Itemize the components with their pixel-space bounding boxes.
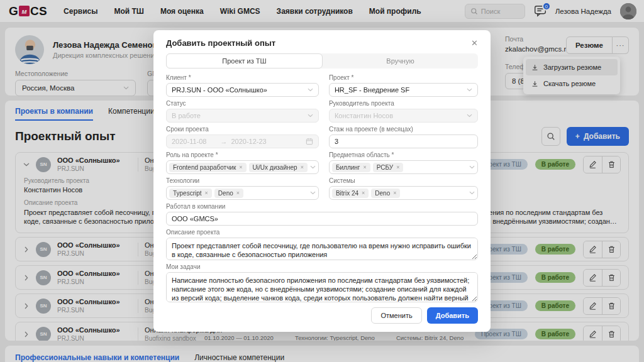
status-field: Статус В работе [166,100,319,123]
experience-label: Стаж на проекте (в месяцах) [329,126,478,133]
project-field: Проект * HR_SF - Внедрение SF [329,74,478,97]
chevron-down-icon [469,191,475,195]
project-dates-label: Сроки проекта [166,126,319,133]
domain-multiselect[interactable]: Биллинг× РСБУ× [329,160,478,174]
company-label: Работал в компании [166,203,478,210]
chip-label: Биллинг [336,164,360,171]
manager-label: Руководитель проекта [329,100,478,107]
company-field: Работал в компании [166,203,478,226]
chip-label: Typescript [173,190,202,197]
chip-label: Ui/Ux дизайнер [253,164,297,171]
systems-label: Системы [329,177,478,184]
company-input[interactable] [166,212,478,226]
experience-field: Стаж на проекте (в месяцах) [329,126,478,148]
tech-chip: Typescript× [169,189,212,198]
submit-button[interactable]: Добавить [427,307,478,324]
modal-tabs: Проект из ТШ Вручную [166,53,478,69]
project-dates-field: Сроки проекта 2020-11-08 → 2020-12-23 [166,126,319,148]
chip-remove-icon[interactable]: × [239,164,242,170]
description-label: Описание проекта [166,229,478,236]
add-project-modal: Добавить проектный опыт ✕ Проект из ТШ В… [153,30,491,332]
client-field: Клиент * PRJ.SUN - ООО «Солнышко» [166,74,319,97]
tasks-label: Мои задачи [166,263,478,270]
project-select[interactable]: HR_SF - Внедрение SF [329,83,478,97]
tech-chip: Deno× [214,189,243,198]
chip-remove-icon[interactable]: × [393,190,396,196]
modal-title: Добавить проектный опыт [166,38,275,48]
tasks-field: Мои задачи Написание полностью безопасно… [166,263,478,302]
role-field: Роль на проекте * Frontend разработчик× … [166,151,319,174]
project-value: HR_SF - Внедрение SF [335,86,409,94]
client-select[interactable]: PRJ.SUN - ООО «Солнышко» [166,83,319,97]
domain-label: Предметная область * [329,151,478,158]
systems-chip: Deno× [371,189,400,198]
status-select: В работе [166,109,319,123]
chip-remove-icon[interactable]: × [205,190,208,196]
chevron-down-icon [308,88,313,92]
project-label: Проект * [329,74,478,81]
chip-label: Deno [218,190,233,197]
chip-remove-icon[interactable]: × [396,164,399,170]
chip-remove-icon[interactable]: × [362,190,365,196]
date-range-input: 2020-11-08 → 2020-12-23 [166,134,319,148]
systems-chip: Bitrix 24× [332,189,369,198]
chevron-down-icon [310,191,316,195]
chevron-down-icon [308,114,313,118]
systems-multiselect[interactable]: Bitrix 24× Deno× [329,186,478,200]
tech-multiselect[interactable]: Typescript× Deno× [166,186,319,200]
manager-select: Константин Носов [329,109,478,123]
tab-manual[interactable]: Вручную [323,53,478,69]
tab-project-from-tsh[interactable]: Проект из ТШ [166,53,323,69]
chip-remove-icon[interactable]: × [363,164,366,170]
chip-label: РСБУ [377,164,393,171]
status-value: В работе [172,112,201,119]
chip-remove-icon[interactable]: × [301,164,304,170]
chip-label: Deno [375,190,390,197]
chevron-down-icon [310,165,316,169]
systems-field: Системы Bitrix 24× Deno× [329,177,478,200]
tasks-textarea[interactable]: Написание полностью безопасного приложен… [166,272,478,302]
date-end: 2020-12-23 [231,138,266,145]
chevron-down-icon [467,88,472,92]
arrow-right-icon: → [220,138,227,145]
role-multiselect[interactable]: Frontend разработчик× Ui/Ux дизайнер× [166,160,319,174]
tech-label: Технологии [166,177,319,184]
calendar-icon [306,138,313,145]
role-chip: Frontend разработчик× [169,163,247,172]
manager-field: Руководитель проекта Константин Носов [329,100,478,123]
role-chip: Ui/Ux дизайнер× [249,163,308,172]
domain-field: Предметная область * Биллинг× РСБУ× [329,151,478,174]
cancel-button[interactable]: Отменить [371,307,421,324]
role-label: Роль на проекте * [166,151,319,158]
domain-chip: РСБУ× [373,163,404,172]
experience-input[interactable] [329,134,478,148]
close-icon[interactable]: ✕ [471,39,478,47]
description-textarea[interactable]: Проект представляет собой песочницу, где… [166,238,478,260]
description-field: Описание проекта Проект представляет соб… [166,229,478,260]
manager-value: Константин Носов [335,112,393,119]
tech-field: Технологии Typescript× Deno× [166,177,319,200]
domain-chip: Биллинг× [332,163,370,172]
chip-remove-icon[interactable]: × [236,190,240,196]
client-value: PRJ.SUN - ООО «Солнышко» [172,86,267,94]
chevron-down-icon [469,165,475,169]
chevron-down-icon [467,114,472,118]
chip-label: Bitrix 24 [336,190,358,197]
status-label: Статус [166,100,319,107]
chip-label: Frontend разработчик [173,164,236,171]
date-start: 2020-11-08 [172,138,206,145]
client-label: Клиент * [166,74,319,81]
